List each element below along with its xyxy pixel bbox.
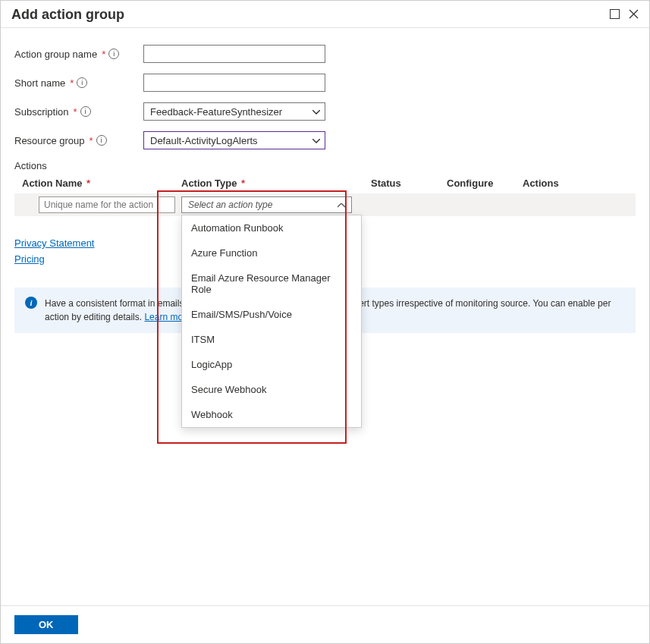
subscription-label: Subscription* i (14, 106, 143, 118)
maximize-icon[interactable] (610, 9, 620, 20)
info-icon[interactable]: i (80, 106, 91, 117)
info-icon[interactable]: i (96, 135, 107, 146)
table-row: Select an action type Automation Runbook… (14, 193, 636, 216)
info-icon: i (25, 297, 37, 309)
actions-section-label: Actions (14, 160, 636, 171)
col-configure: Configure (447, 177, 523, 189)
close-icon[interactable] (629, 9, 639, 20)
action-type-option[interactable]: Automation Runbook (182, 215, 361, 240)
col-action-name: Action Name * (14, 177, 181, 189)
col-action-type: Action Type * (181, 177, 371, 189)
actions-table: Action Name * Action Type * Status Confi… (14, 177, 636, 216)
resource-group-label: Resource group* i (14, 135, 143, 146)
info-icon[interactable]: i (77, 77, 87, 88)
chevron-down-icon (312, 136, 320, 145)
resource-group-select[interactable]: Default-ActivityLogAlerts (143, 131, 325, 149)
action-type-select[interactable]: Select an action type (181, 196, 352, 213)
subscription-value: Feedback-FeatureSynthesizer (150, 106, 282, 118)
action-type-placeholder: Select an action type (188, 199, 272, 210)
chevron-down-icon (312, 107, 320, 116)
col-actions: Actions (523, 177, 636, 189)
action-type-option[interactable]: Secure Webhook (182, 377, 361, 402)
short-name-label: Short name* i (14, 77, 143, 89)
col-status: Status (371, 177, 447, 189)
info-icon[interactable]: i (108, 49, 119, 59)
short-name-input[interactable] (143, 74, 325, 92)
action-type-option[interactable]: Webhook (182, 402, 361, 427)
subscription-select[interactable]: Feedback-FeatureSynthesizer (143, 102, 325, 121)
svg-rect-0 (611, 10, 620, 19)
chevron-up-icon (338, 200, 345, 209)
action-type-option[interactable]: LogicApp (182, 352, 361, 377)
action-type-option[interactable]: ITSM (182, 327, 361, 352)
action-type-option[interactable]: Email/SMS/Push/Voice (182, 302, 361, 327)
action-type-option[interactable]: Email Azure Resource Manager Role (182, 265, 361, 302)
action-type-option[interactable]: Azure Function (182, 240, 361, 265)
action-group-name-label: Action group name* i (14, 49, 143, 60)
action-group-name-input[interactable] (143, 45, 325, 63)
ok-button[interactable]: OK (14, 615, 78, 634)
panel-title: Add action group (11, 7, 124, 23)
resource-group-value: Default-ActivityLogAlerts (150, 135, 258, 146)
action-type-dropdown[interactable]: Automation RunbookAzure FunctionEmail Az… (181, 215, 362, 428)
titlebar: Add action group (1, 1, 649, 28)
action-name-input[interactable] (39, 196, 175, 213)
